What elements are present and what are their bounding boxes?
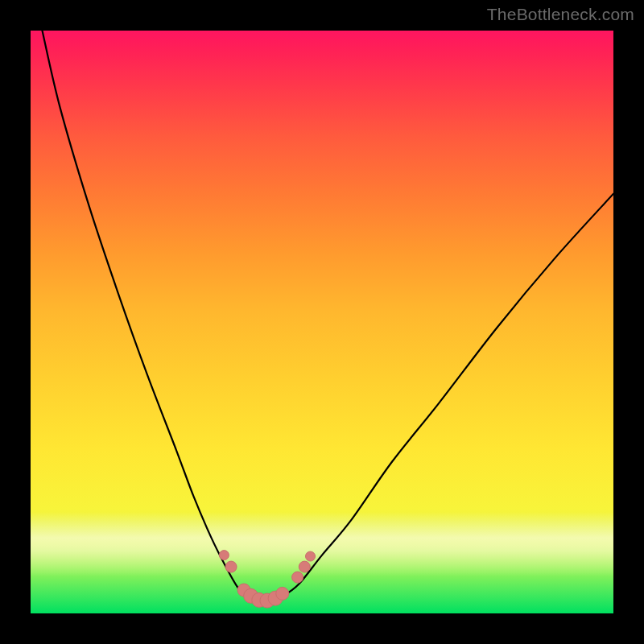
curve-marker bbox=[219, 551, 229, 560]
curve-markers bbox=[219, 551, 315, 608]
curve-marker bbox=[306, 551, 316, 561]
curve-marker bbox=[225, 561, 237, 572]
watermark-text: TheBottleneck.com bbox=[487, 5, 634, 24]
plot-area bbox=[31, 31, 613, 613]
chart-svg bbox=[31, 31, 613, 613]
bottleneck-curve bbox=[42, 31, 613, 602]
chart-frame: TheBottleneck.com bbox=[0, 0, 644, 644]
curve-marker bbox=[292, 572, 303, 583]
curve-marker bbox=[299, 561, 310, 572]
curve-marker bbox=[276, 587, 289, 600]
